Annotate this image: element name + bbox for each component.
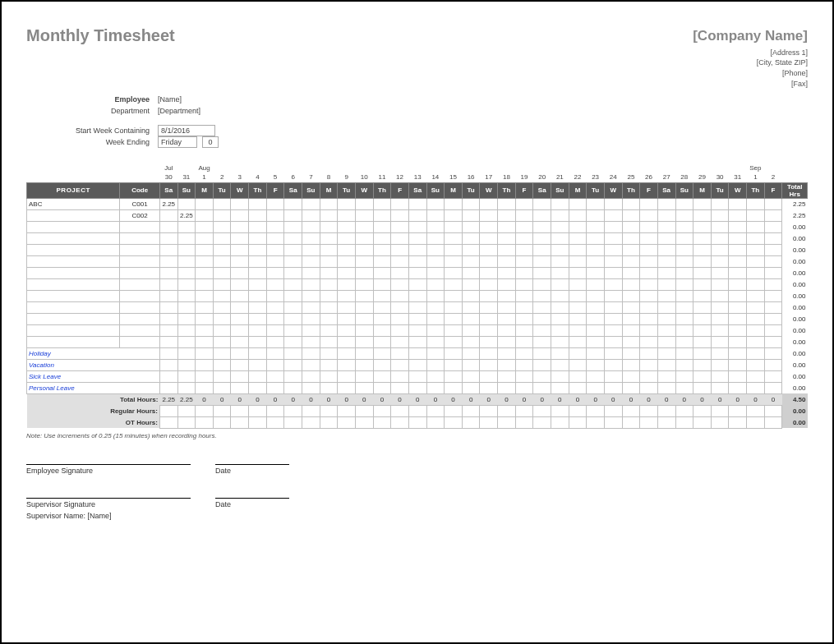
hours-cell[interactable]: [284, 370, 302, 382]
hours-cell[interactable]: [302, 255, 320, 267]
hours-cell[interactable]: [355, 255, 373, 267]
hours-cell[interactable]: [764, 359, 782, 370]
hours-cell[interactable]: [551, 301, 569, 313]
regular-hours-cell[interactable]: [196, 405, 214, 416]
hours-cell[interactable]: [569, 359, 587, 370]
hours-cell[interactable]: [320, 347, 338, 359]
hours-cell[interactable]: [445, 221, 463, 232]
hours-cell[interactable]: [657, 278, 675, 290]
ot-hours-cell[interactable]: [622, 416, 640, 428]
hours-cell[interactable]: [711, 267, 729, 278]
hours-cell[interactable]: [675, 313, 693, 324]
regular-hours-cell[interactable]: [266, 405, 284, 416]
hours-cell[interactable]: [320, 267, 338, 278]
hours-cell[interactable]: [213, 198, 231, 209]
hours-cell[interactable]: [196, 382, 214, 393]
hours-cell[interactable]: [231, 301, 249, 313]
hours-cell[interactable]: [284, 221, 302, 232]
regular-hours-cell[interactable]: [657, 405, 675, 416]
hours-cell[interactable]: [338, 209, 356, 221]
hours-cell[interactable]: [480, 221, 498, 232]
hours-cell[interactable]: [445, 347, 463, 359]
hours-cell[interactable]: [675, 382, 693, 393]
hours-cell[interactable]: [445, 370, 463, 382]
hours-cell[interactable]: [498, 278, 516, 290]
hours-cell[interactable]: [373, 324, 391, 336]
hours-cell[interactable]: [320, 278, 338, 290]
hours-cell[interactable]: [302, 290, 320, 301]
hours-cell[interactable]: [462, 336, 480, 347]
hours-cell[interactable]: [729, 255, 747, 267]
ot-hours-cell[interactable]: [249, 416, 267, 428]
hours-cell[interactable]: [515, 255, 533, 267]
hours-cell[interactable]: [569, 198, 587, 209]
hours-cell[interactable]: [355, 313, 373, 324]
hours-cell[interactable]: [622, 359, 640, 370]
hours-cell[interactable]: [569, 278, 587, 290]
hours-cell[interactable]: [355, 290, 373, 301]
hours-cell[interactable]: [675, 370, 693, 382]
hours-cell[interactable]: [231, 370, 249, 382]
hours-cell[interactable]: [587, 382, 605, 393]
hours-cell[interactable]: [640, 313, 658, 324]
hours-cell[interactable]: [711, 290, 729, 301]
hours-cell[interactable]: [338, 336, 356, 347]
hours-cell[interactable]: [249, 255, 267, 267]
hours-cell[interactable]: [604, 313, 622, 324]
ot-hours-cell[interactable]: [604, 416, 622, 428]
ot-hours-cell[interactable]: [640, 416, 658, 428]
hours-cell[interactable]: [462, 301, 480, 313]
hours-cell[interactable]: [320, 290, 338, 301]
hours-cell[interactable]: [604, 221, 622, 232]
hours-cell[interactable]: [640, 382, 658, 393]
hours-cell[interactable]: [355, 301, 373, 313]
hours-cell[interactable]: 2.25: [177, 209, 196, 221]
hours-cell[interactable]: [551, 255, 569, 267]
hours-cell[interactable]: [551, 290, 569, 301]
hours-cell[interactable]: [266, 244, 284, 255]
hours-cell[interactable]: [711, 301, 729, 313]
ot-hours-cell[interactable]: [408, 416, 426, 428]
hours-cell[interactable]: [569, 313, 587, 324]
hours-cell[interactable]: [177, 336, 196, 347]
hours-cell[interactable]: [640, 198, 658, 209]
hours-cell[interactable]: [764, 313, 782, 324]
hours-cell[interactable]: [693, 347, 712, 359]
hours-cell[interactable]: [266, 359, 284, 370]
code-cell[interactable]: C001: [120, 198, 160, 209]
supervisor-name-value[interactable]: [Name]: [88, 512, 112, 520]
hours-cell[interactable]: [159, 221, 177, 232]
hours-cell[interactable]: [462, 290, 480, 301]
hours-cell[interactable]: [747, 324, 765, 336]
hours-cell[interactable]: [604, 336, 622, 347]
hours-cell[interactable]: [604, 209, 622, 221]
hours-cell[interactable]: [320, 382, 338, 393]
hours-cell[interactable]: [711, 347, 729, 359]
regular-hours-cell[interactable]: [587, 405, 605, 416]
hours-cell[interactable]: [320, 301, 338, 313]
hours-cell[interactable]: [213, 313, 231, 324]
hours-cell[interactable]: [426, 267, 445, 278]
hours-cell[interactable]: [355, 382, 373, 393]
hours-cell[interactable]: [213, 382, 231, 393]
hours-cell[interactable]: [355, 359, 373, 370]
hours-cell[interactable]: [515, 370, 533, 382]
hours-cell[interactable]: [711, 313, 729, 324]
ot-hours-cell[interactable]: [675, 416, 693, 428]
hours-cell[interactable]: [675, 359, 693, 370]
hours-cell[interactable]: [249, 359, 267, 370]
hours-cell[interactable]: [159, 301, 177, 313]
hours-cell[interactable]: [622, 382, 640, 393]
code-cell[interactable]: [120, 267, 160, 278]
hours-cell[interactable]: [373, 244, 391, 255]
regular-hours-cell[interactable]: [480, 405, 498, 416]
hours-cell[interactable]: [551, 370, 569, 382]
hours-cell[interactable]: [569, 255, 587, 267]
hours-cell[interactable]: [213, 290, 231, 301]
hours-cell[interactable]: [657, 232, 675, 244]
hours-cell[interactable]: [515, 313, 533, 324]
hours-cell[interactable]: [569, 336, 587, 347]
ot-hours-cell[interactable]: [373, 416, 391, 428]
hours-cell[interactable]: [587, 313, 605, 324]
hours-cell[interactable]: [249, 232, 267, 244]
